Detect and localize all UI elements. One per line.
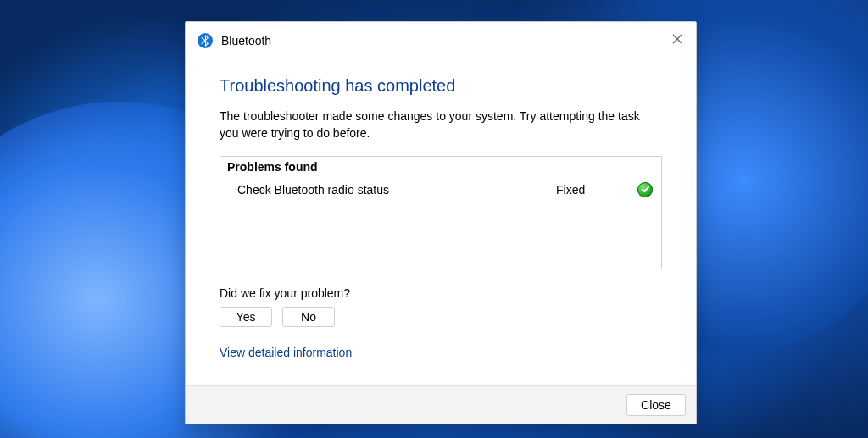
dialog-title: Bluetooth [221, 34, 271, 47]
close-button[interactable]: Close [626, 394, 686, 416]
problem-name: Check Bluetooth radio status [237, 183, 556, 197]
checkmark-icon [637, 182, 653, 197]
problem-status: Fixed [556, 183, 632, 197]
troubleshooter-dialog: Bluetooth Troubleshooting has completed … [185, 21, 697, 424]
problems-header: Problems found [220, 157, 661, 179]
fix-question: Did we fix your problem? [220, 286, 662, 300]
view-details-link[interactable]: View detailed information [220, 346, 352, 359]
page-heading: Troubleshooting has completed [220, 76, 662, 96]
bluetooth-icon [198, 33, 213, 48]
problems-panel: Problems found Check Bluetooth radio sta… [220, 156, 662, 269]
dialog-body: Troubleshooting has completed The troubl… [186, 59, 696, 385]
description-text: The troubleshooter made some changes to … [220, 108, 662, 142]
close-icon[interactable] [665, 27, 689, 51]
problem-row: Check Bluetooth radio status Fixed [220, 179, 661, 201]
yes-no-row: Yes No [220, 307, 662, 327]
no-button[interactable]: No [282, 307, 335, 327]
dialog-footer: Close [186, 385, 696, 424]
yes-button[interactable]: Yes [220, 307, 272, 327]
dialog-titlebar: Bluetooth [186, 22, 696, 59]
